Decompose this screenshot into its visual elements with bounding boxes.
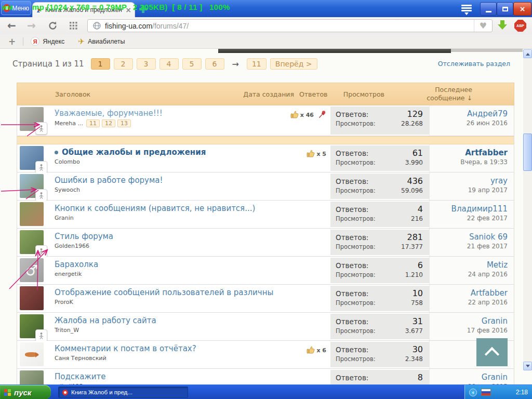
views-value: 758	[411, 299, 423, 307]
topic-page-button[interactable]: 11	[86, 119, 100, 127]
replies-value: 31	[413, 316, 423, 326]
last-post-user-link[interactable]: Granin	[430, 316, 508, 326]
topic-title-link[interactable]: Ошибки в работе форума!	[55, 176, 163, 185]
header-replies[interactable]: Ответов	[299, 90, 327, 98]
page-button-last[interactable]: 11	[247, 58, 267, 70]
next-page-button[interactable]: Вперёд >	[270, 58, 317, 70]
close-button[interactable]: ×	[513, 2, 531, 16]
avatar[interactable]	[20, 174, 44, 198]
last-post-user-link[interactable]: Владимир111	[430, 204, 508, 214]
topic-title-link[interactable]: Комментарии к постам в отчётах?	[55, 344, 196, 353]
topic-main: Жалоба на работу сайта Triton_W	[55, 313, 273, 340]
last-post-date: 22 апр 2016	[430, 299, 508, 306]
avatar-cell	[17, 172, 55, 200]
vertical-scrollbar[interactable]	[523, 49, 532, 370]
topic-author: ProroK	[55, 299, 73, 305]
scrollbar-up-button[interactable]	[523, 49, 532, 58]
last-post-user-link[interactable]: Андрей79	[430, 109, 508, 118]
topic-title-link[interactable]: Уважаемые, форумчане!!!	[55, 109, 163, 118]
topic-title-link[interactable]: Стиль форума	[55, 232, 113, 241]
topic-meta: x 6	[273, 341, 330, 368]
header-title[interactable]: Заголовок	[17, 90, 237, 98]
scrollbar-down-button[interactable]	[523, 362, 532, 370]
topic-last-post: yray 19 апр 2017	[429, 172, 514, 200]
taskbar-item-opera[interactable]: Книга Жалоб и пред...	[58, 387, 188, 398]
avatar[interactable]: ♂	[20, 258, 44, 282]
replies-value: 10	[413, 288, 423, 298]
topic-title-link[interactable]: Барахолка	[55, 260, 98, 269]
avatar-status-badge	[35, 245, 47, 258]
avatar[interactable]	[20, 314, 44, 338]
topic-list: Уважаемые, форумчане!!! Mereha ... 11121…	[17, 105, 514, 397]
replies-label: Ответов:	[336, 374, 368, 382]
back-icon[interactable]: ←	[7, 20, 16, 31]
bookmark-heart-button[interactable]: ♥	[474, 20, 492, 32]
last-post-date: 17 фев 2016	[430, 327, 508, 334]
minimize-button[interactable]	[480, 2, 497, 16]
last-post-user-link[interactable]: yray	[430, 176, 508, 185]
avatar[interactable]	[20, 107, 44, 131]
start-button[interactable]: пуск	[0, 385, 51, 399]
avatar[interactable]	[20, 202, 44, 226]
topic-meta	[273, 229, 330, 256]
last-post-user-link[interactable]: Metiz	[430, 260, 508, 270]
topic-title-link[interactable]: Отображение сообщений пользователей в ра…	[55, 288, 273, 297]
page-button-4[interactable]: 4	[159, 58, 179, 70]
last-post-user-link[interactable]: Artfabber	[430, 288, 508, 298]
page-button-6[interactable]: 6	[205, 58, 224, 70]
header-last-post[interactable]: Последнее сообщение ↓	[393, 86, 477, 103]
language-flag-icon[interactable]	[481, 389, 491, 396]
topic-page-button[interactable]: 13	[117, 119, 131, 127]
topic-page-button[interactable]: 12	[102, 119, 115, 127]
address-bar[interactable]: fishing-ua.com/forums/47/ ♥	[87, 19, 493, 32]
bookmark-yandex[interactable]: Я Яндекс	[31, 37, 64, 46]
last-post-user-link[interactable]: Granin	[430, 373, 508, 382]
avatar[interactable]	[20, 342, 44, 366]
follow-section-link[interactable]: Отслеживать раздел	[438, 60, 510, 68]
topic-author: Granin	[55, 215, 74, 221]
osd-text-mid: mp (532 x 399 = 0.79MP	[32, 3, 127, 11]
replies-value: 8	[418, 373, 423, 382]
topic-title-link[interactable]: Жалоба на работу сайта	[55, 316, 156, 325]
topic-main: Отображение сообщений пользователей в ра…	[55, 285, 273, 312]
page-button-5[interactable]: 5	[182, 58, 202, 70]
last-post-user-link[interactable]: Artfabber	[430, 148, 508, 157]
speed-dial-icon[interactable]	[70, 22, 77, 30]
topic-title-link[interactable]: Общие жалобы и предложения	[62, 148, 206, 157]
avatar[interactable]	[20, 146, 44, 170]
opera-panels-icon[interactable]	[461, 5, 472, 13]
page-button-1[interactable]: 1	[91, 58, 110, 70]
divider	[23, 37, 23, 46]
page-button-2[interactable]: 2	[114, 58, 133, 70]
page-button-3[interactable]: 3	[137, 58, 156, 70]
scrollbar-thumb[interactable]	[523, 134, 532, 171]
tray-collapse-icon[interactable]: ‹	[469, 389, 477, 396]
topic-meta	[273, 172, 330, 200]
last-post-date: 19 апр 2017	[430, 187, 508, 194]
header-date[interactable]: Дата создания	[237, 90, 294, 98]
topic-author: Golden1966	[55, 243, 89, 249]
scroll-to-top-button[interactable]	[476, 338, 508, 366]
forward-icon[interactable]: →	[27, 20, 36, 31]
topic-meta: x 46	[273, 105, 330, 136]
topic-last-post: Андрей79 26 июн 2016	[429, 105, 514, 136]
last-post-user-link[interactable]: Saniok 69	[430, 232, 508, 242]
topic-title-link[interactable]: Кнопки к сообщениям (нравится, не нравит…	[55, 204, 255, 213]
bookmark-aviabilety[interactable]: ✈ Авиабилеты	[78, 37, 125, 46]
start-label: пуск	[14, 388, 31, 397]
taskbar: пуск Книга Жалоб и пред... ‹ 2:18	[0, 384, 532, 399]
adblock-plus-icon[interactable]: ABP	[514, 20, 526, 32]
topic-title-link[interactable]: Подскажите	[55, 372, 106, 381]
avatar[interactable]	[20, 230, 44, 254]
topic-author: Colombo	[55, 158, 80, 165]
opera-logo-icon	[62, 390, 68, 395]
topic-row: Отображение сообщений пользователей в ра…	[17, 285, 514, 313]
url-host: fishing-ua.com	[105, 22, 152, 30]
add-bookmark-icon[interactable]: +	[8, 36, 16, 47]
bookmark-label: Авиабилеты	[88, 38, 125, 45]
header-views[interactable]: Просмотров	[343, 90, 384, 98]
taskbar-clock: 2:18	[516, 389, 528, 396]
avatar[interactable]	[20, 286, 44, 310]
reload-icon[interactable]	[48, 21, 58, 31]
maximize-button[interactable]	[497, 2, 513, 16]
